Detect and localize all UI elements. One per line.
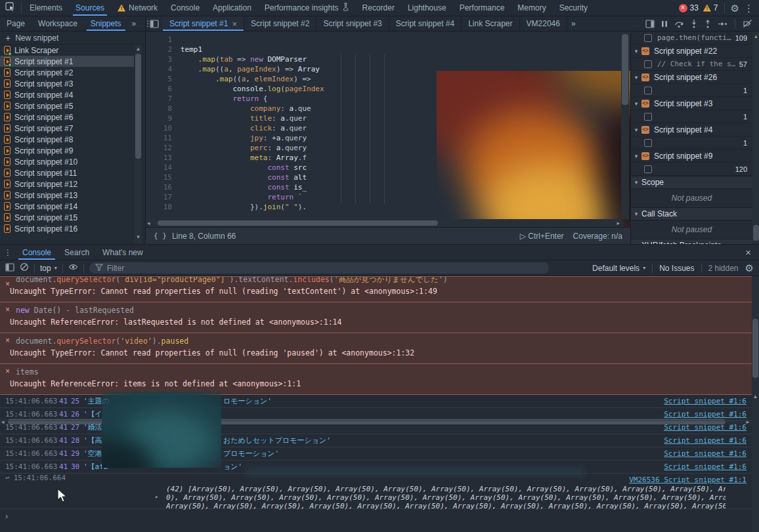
error-counter[interactable]: × 33 bbox=[679, 3, 699, 12]
snippet-item-script-snippet-7[interactable]: Script snippet #7 bbox=[0, 123, 134, 134]
snippet-item-script-snippet-4[interactable]: Script snippet #4 bbox=[0, 89, 134, 100]
code-text[interactable]: company: a.que bbox=[172, 104, 311, 113]
editor-tab-script-snippet-4[interactable]: Script snippet #4 bbox=[389, 16, 462, 31]
breakpoint-entry[interactable]: 1 bbox=[631, 84, 752, 97]
snippet-item-script-snippet-2[interactable]: Script snippet #2 bbox=[0, 67, 134, 78]
breakpoint-group-script-snippet-9[interactable]: ▾<>Script snippet #9 bbox=[631, 150, 752, 163]
code-text[interactable]: meta: Array.f bbox=[172, 153, 307, 163]
code-text[interactable]: .map((a, elemIndex) => bbox=[172, 74, 315, 84]
log-source-link[interactable]: Script snippet #1:6 bbox=[664, 460, 747, 474]
scrollbar-thumb[interactable] bbox=[753, 225, 759, 241]
warning-counter[interactable]: ! 7 bbox=[703, 3, 718, 12]
scrollbar-thumb[interactable] bbox=[158, 220, 438, 226]
snippet-item-script-snippet-12[interactable]: Script snippet #12 bbox=[0, 178, 134, 190]
log-source-link[interactable]: Script snippet #1:6 bbox=[664, 447, 747, 460]
main-tab-application[interactable]: Application bbox=[206, 0, 258, 16]
breakpoint-entry[interactable]: // Check if the s…57 bbox=[631, 58, 752, 71]
debugger-scrollbar[interactable]: ▲ bbox=[752, 31, 759, 244]
breakpoint-group-script-snippet-26[interactable]: ▾<>Script snippet #26 bbox=[631, 71, 752, 84]
pause-script-icon[interactable] bbox=[661, 20, 668, 28]
log-source-link[interactable]: Script snippet #1:6 bbox=[664, 395, 747, 408]
chevron-down-icon[interactable]: ▾ bbox=[631, 48, 641, 54]
console-sidebar-toggle-icon[interactable] bbox=[5, 263, 14, 274]
nav-tab-snippets[interactable]: Snippets bbox=[84, 16, 128, 31]
line-number[interactable]: 17 bbox=[146, 192, 172, 202]
breakpoint-checkbox[interactable] bbox=[644, 139, 652, 147]
code-text[interactable]: console.log(pageIndex bbox=[172, 84, 324, 94]
console-prompt-row[interactable]: › bbox=[0, 509, 752, 522]
nav-tab-workspace[interactable]: Workspace bbox=[32, 16, 84, 31]
breakpoint-entry[interactable]: 1 bbox=[631, 136, 752, 150]
line-number[interactable]: 18 bbox=[146, 202, 172, 212]
new-snippet-button[interactable]: + New snippet bbox=[0, 31, 146, 45]
snippet-item-script-snippet-5[interactable]: Script snippet #5 bbox=[0, 100, 134, 112]
line-number[interactable]: 3 bbox=[146, 54, 172, 64]
line-number[interactable]: 6 bbox=[146, 84, 172, 94]
console-error-row[interactable]: ×new Date() - lastRequestedUncaught Refe… bbox=[0, 302, 752, 333]
code-text[interactable]: const src bbox=[172, 163, 307, 173]
line-number[interactable]: 9 bbox=[146, 113, 172, 123]
toggle-navigator-icon[interactable] bbox=[146, 16, 163, 31]
code-text[interactable]: return { bbox=[172, 94, 267, 104]
issues-counter[interactable]: No Issues bbox=[659, 264, 694, 273]
scroll-down-arrow[interactable]: ▼ bbox=[135, 235, 142, 240]
chevron-down-icon[interactable]: ▾ bbox=[631, 100, 641, 107]
breakpoint-checkbox[interactable] bbox=[644, 34, 652, 42]
live-expression-eye-icon[interactable] bbox=[68, 263, 78, 273]
code-text[interactable]: .map(tab => new DOMParser bbox=[172, 54, 307, 64]
close-tab-icon[interactable]: × bbox=[232, 20, 237, 28]
snippet-item-script-snippet-10[interactable]: Script snippet #10 bbox=[0, 156, 134, 167]
scrollbar-thumb[interactable] bbox=[135, 54, 141, 159]
line-number[interactable]: 12 bbox=[146, 143, 172, 153]
breakpoint-checkbox[interactable] bbox=[644, 165, 652, 173]
scroll-left-arrow[interactable]: ◂ bbox=[147, 220, 150, 226]
deactivate-breakpoints-icon[interactable] bbox=[743, 19, 752, 28]
execution-context-selector[interactable]: top▾ bbox=[40, 264, 57, 273]
chevron-down-icon[interactable]: ▾ bbox=[631, 127, 641, 133]
code-text[interactable]: click: a.quer bbox=[172, 123, 307, 133]
scrollbar-thumb[interactable] bbox=[752, 319, 758, 378]
snippet-item-script-snippet-3[interactable]: Script snippet #3 bbox=[0, 78, 134, 89]
console-tab-what-s-new[interactable]: What's new bbox=[96, 245, 150, 260]
result-source-link[interactable]: VM26536 Script snippet #1:1 bbox=[629, 476, 747, 484]
snippet-item-script-snippet-6[interactable]: Script snippet #6 bbox=[0, 112, 134, 123]
code-text[interactable]: jpy: +a.query bbox=[172, 133, 307, 143]
breakpoint-checkbox[interactable] bbox=[644, 87, 652, 94]
breakpoint-entry[interactable]: 120 bbox=[631, 163, 752, 176]
scroll-right-arrow[interactable]: ▸ bbox=[617, 220, 620, 226]
line-number[interactable]: 2 bbox=[146, 45, 172, 54]
breakpoint-group-script-snippet-4[interactable]: ▾<>Script snippet #4 bbox=[631, 123, 752, 136]
snippet-item-script-snippet-11[interactable]: Script snippet #11 bbox=[0, 167, 134, 178]
section-header-xhr-fetch-breakpoints[interactable]: ▾XHR/fetch Breakpoints bbox=[631, 239, 752, 244]
editor-tabs-overflow-icon[interactable]: » bbox=[567, 16, 580, 31]
snippet-item-script-snippet-15[interactable]: Script snippet #15 bbox=[0, 212, 134, 223]
breakpoint-group-script-snippet-22[interactable]: ▾<>Script snippet #22 bbox=[631, 45, 752, 58]
log-source-link[interactable]: Script snippet #1:6 bbox=[664, 421, 747, 434]
console-result-row[interactable]: ↩15:41:06.664VM26536 Script snippet #1:1… bbox=[0, 474, 752, 509]
line-number[interactable]: 10 bbox=[146, 123, 172, 133]
section-header-scope[interactable]: ▾Scope bbox=[631, 176, 752, 189]
log-levels-dropdown[interactable]: Default levels▾ bbox=[592, 264, 645, 273]
snippet-item-script-snippet-8[interactable]: Script snippet #8 bbox=[0, 134, 134, 145]
editor-horizontal-scrollbar[interactable]: ◂ ▸ bbox=[146, 219, 621, 227]
drawer-menu-icon[interactable]: ⋮ bbox=[0, 245, 16, 260]
code-text[interactable]: }).join(" "). bbox=[172, 202, 307, 212]
chevron-down-icon[interactable]: ▾ bbox=[631, 211, 641, 217]
close-drawer-icon[interactable]: × bbox=[737, 245, 759, 260]
step-over-icon[interactable] bbox=[674, 20, 684, 28]
main-tab-security[interactable]: Security bbox=[553, 0, 594, 16]
step-out-icon[interactable] bbox=[704, 19, 712, 28]
code-text[interactable]: const alt bbox=[172, 173, 307, 182]
chevron-down-icon[interactable]: ▾ bbox=[631, 179, 641, 186]
editor-tab-link-scraper[interactable]: Link Scraper bbox=[462, 16, 519, 31]
main-tab-performance-insights[interactable]: Performance insights bbox=[258, 0, 356, 16]
hidden-messages-count[interactable]: 2 hidden bbox=[708, 264, 739, 273]
main-tab-elements[interactable]: Elements bbox=[23, 0, 69, 16]
line-number[interactable]: 14 bbox=[146, 163, 172, 173]
line-number[interactable]: 11 bbox=[146, 133, 172, 143]
main-tab-recorder[interactable]: Recorder bbox=[356, 0, 401, 16]
code-text[interactable]: perc: a.query bbox=[172, 143, 307, 153]
editor-tab-script-snippet-1[interactable]: Script snippet #1× bbox=[163, 16, 244, 31]
code-text[interactable]: .map((a, pageIndex) => Array bbox=[172, 64, 320, 74]
step-icon[interactable] bbox=[718, 20, 727, 28]
